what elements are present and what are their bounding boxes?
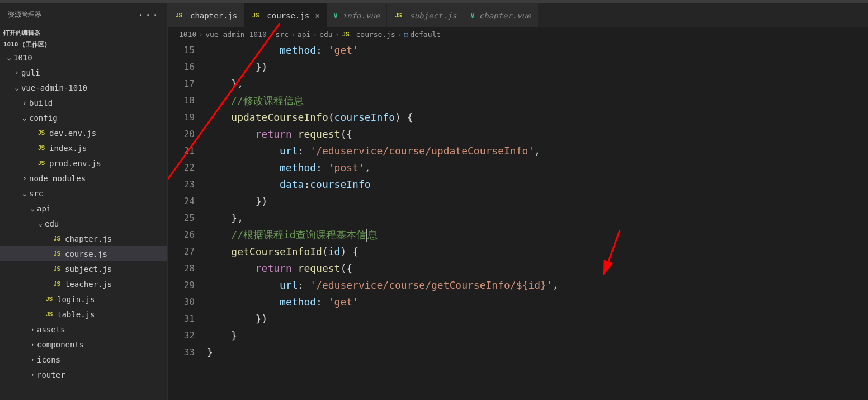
tree-item-label: config — [29, 114, 58, 123]
chevron-icon — [20, 175, 29, 182]
tree-file[interactable]: JScourse.js — [0, 246, 167, 261]
chevron-icon — [12, 69, 21, 77]
code-line[interactable]: data:courseInfo — [207, 176, 868, 193]
tree-item-label: api — [37, 204, 51, 213]
code-line[interactable]: return request({ — [207, 260, 868, 277]
tree-folder[interactable]: router — [0, 367, 167, 382]
code-line[interactable]: //修改课程信息 — [207, 92, 868, 109]
chevron-icon — [28, 326, 37, 333]
chevron-icon — [28, 341, 37, 349]
tree-item-label: login.js — [57, 295, 95, 304]
breadcrumb-item[interactable]: src — [276, 30, 289, 39]
tree-item-label: index.js — [49, 144, 87, 153]
explorer-header: 资源管理器 ··· — [0, 3, 167, 26]
tree-folder[interactable]: vue-admin-1010 — [0, 80, 167, 95]
tree-folder[interactable]: icons — [0, 352, 167, 367]
tab-label: chapter.js — [190, 11, 237, 20]
code-line[interactable]: }) — [207, 59, 868, 76]
breadcrumb-item[interactable]: 1010 — [179, 30, 196, 39]
open-editors-header[interactable]: 打开的编辑器 — [0, 26, 167, 39]
tab-label: subject.js — [409, 11, 456, 20]
breadcrumb-separator-icon: › — [398, 30, 402, 39]
tree-item-label: node_modules — [29, 174, 86, 183]
tree-item-label: teacher.js — [65, 280, 112, 289]
tree-folder[interactable]: build — [0, 95, 167, 110]
js-icon: JS — [45, 296, 54, 302]
tree-folder[interactable]: node_modules — [0, 171, 167, 186]
tab-label: chapter.vue — [479, 11, 531, 20]
tree-folder[interactable]: config — [0, 110, 167, 125]
breadcrumb-item[interactable]: edu — [319, 30, 332, 39]
tab[interactable]: JSchapter.js — [168, 3, 244, 27]
tree-folder[interactable]: 1010 — [0, 50, 167, 65]
code-line[interactable]: } — [207, 344, 868, 361]
chevron-icon — [20, 190, 29, 197]
breadcrumb-separator-icon: › — [313, 30, 317, 39]
tree-item-label: edu — [45, 219, 59, 228]
code-line[interactable]: method: 'post', — [207, 159, 868, 176]
tree-folder[interactable]: components — [0, 337, 167, 352]
js-icon: JS — [37, 130, 46, 136]
workspace-header[interactable]: 1010 (工作区) — [0, 39, 167, 50]
code-line[interactable]: } — [207, 327, 868, 344]
tab[interactable]: JSsubject.js — [387, 3, 464, 27]
tree-file[interactable]: JSchapter.js — [0, 231, 167, 246]
tab[interactable]: JScourse.js× — [244, 3, 327, 27]
tree-file[interactable]: JStable.js — [0, 307, 167, 322]
tree-folder[interactable]: src — [0, 186, 167, 201]
code-line[interactable]: method: 'get' — [207, 294, 868, 310]
chevron-icon — [20, 99, 29, 107]
code-line[interactable]: url: '/eduservice/course/getCourseInfo/$… — [207, 277, 868, 294]
tree-item-label: course.js — [65, 250, 107, 258]
breadcrumb-separator-icon: › — [199, 30, 203, 39]
tree-folder[interactable]: edu — [0, 216, 167, 231]
tree-folder[interactable]: api — [0, 201, 167, 216]
tab[interactable]: Vinfo.vue — [327, 3, 388, 27]
more-icon[interactable]: ··· — [138, 9, 159, 21]
code-line[interactable]: }) — [207, 310, 868, 327]
code-editor[interactable]: 15161718192021222324252627282930313233 m… — [168, 42, 868, 400]
code-line[interactable]: getCourseInfoId(id) { — [207, 243, 868, 260]
tree-item-label: router — [37, 370, 65, 379]
tab-label: course.js — [267, 11, 309, 20]
code-line[interactable]: }, — [207, 76, 868, 92]
code-line[interactable]: method: 'get' — [207, 42, 868, 59]
code-line[interactable]: return request({ — [207, 126, 868, 143]
tree-file[interactable]: JSprod.env.js — [0, 156, 167, 171]
code-line[interactable]: updateCourseInfo(courseInfo) { — [207, 109, 868, 126]
js-icon: JS — [37, 160, 46, 166]
close-icon[interactable]: × — [315, 11, 319, 20]
js-icon: JS — [53, 251, 62, 257]
js-icon: JS — [174, 12, 183, 18]
tree-item-label: build — [29, 98, 53, 107]
vue-icon: V — [334, 12, 338, 20]
tab[interactable]: Vchapter.vue — [464, 3, 539, 27]
line-gutter: 15161718192021222324252627282930313233 — [168, 42, 207, 400]
tree-item-label: vue-admin-1010 — [21, 83, 87, 92]
tree-file[interactable]: JSdev.env.js — [0, 125, 167, 140]
breadcrumb-file[interactable]: JScourse.js — [341, 30, 395, 39]
js-icon: JS — [53, 281, 62, 287]
code-line[interactable]: }) — [207, 193, 868, 210]
js-icon: JS — [341, 31, 350, 37]
code-line[interactable]: url: '/eduservice/course/updateCourseInf… — [207, 143, 868, 159]
breadcrumb[interactable]: 1010›vue-admin-1010›src›api›edu›JScourse… — [168, 27, 868, 42]
tree-item-label: src — [29, 189, 43, 198]
code-content[interactable]: method: 'get' }) }, //修改课程信息 updateCours… — [207, 42, 868, 400]
chevron-icon — [20, 114, 29, 122]
code-line[interactable]: //根据课程id查询课程基本信息 — [207, 227, 868, 243]
tree-file[interactable]: JSsubject.js — [0, 261, 167, 276]
tree-item-label: subject.js — [65, 265, 112, 274]
tree-file[interactable]: JSlogin.js — [0, 291, 167, 307]
breadcrumb-symbol[interactable]: ⬚ default — [404, 30, 441, 39]
code-line[interactable]: }, — [207, 210, 868, 227]
breadcrumb-item[interactable]: vue-admin-1010 — [205, 30, 267, 39]
tree-item-label: 1010 — [13, 53, 32, 62]
tree-folder[interactable]: assets — [0, 322, 167, 337]
tree-file[interactable]: JSindex.js — [0, 140, 167, 156]
tree-item-label: icons — [37, 355, 60, 364]
js-icon: JS — [53, 266, 62, 272]
tree-folder[interactable]: guli — [0, 65, 167, 80]
tree-file[interactable]: JSteacher.js — [0, 276, 167, 291]
breadcrumb-item[interactable]: api — [298, 30, 310, 39]
